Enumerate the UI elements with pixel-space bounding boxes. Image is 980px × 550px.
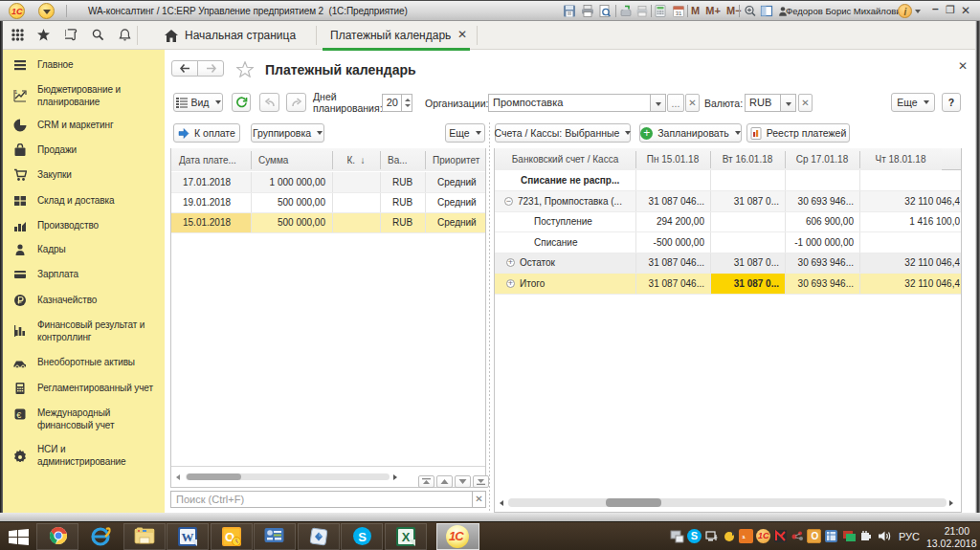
svg-text:€: € bbox=[16, 410, 21, 420]
svg-text:X: X bbox=[402, 530, 411, 544]
svg-text:S: S bbox=[358, 530, 367, 544]
svg-text:31: 31 bbox=[676, 11, 682, 16]
svg-text:W: W bbox=[182, 530, 194, 544]
svg-text:1: 1 bbox=[14, 89, 18, 95]
